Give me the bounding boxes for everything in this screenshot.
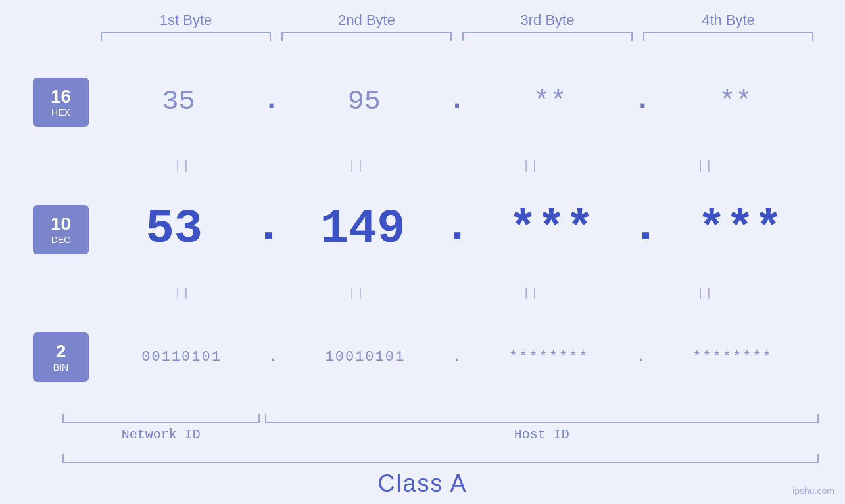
hex-row: 16 HEX 35 . 95 . ** . **: [33, 47, 819, 156]
bottom-brackets: [62, 414, 819, 423]
eq1-b1: ||: [95, 156, 270, 175]
bin-b1-cell: 00110101: [95, 349, 268, 365]
bin-b3: ********: [509, 349, 589, 365]
main-container: 1st Byte 2nd Byte 3rd Byte 4th Byte 16 H…: [0, 0, 845, 504]
bin-dot2: .: [452, 349, 461, 365]
class-bracket-row: [0, 454, 845, 463]
byte1-header: 1st Byte: [95, 12, 276, 29]
main-content: 16 HEX 35 . 95 . ** . **: [0, 47, 845, 411]
hex-b1-cell: 35: [95, 86, 262, 118]
byte4-header: 4th Byte: [638, 12, 819, 29]
hex-badge: 16 HEX: [33, 78, 89, 127]
dec-row: 10 DEC 53 . 149 . *** . ***: [33, 175, 819, 284]
bin-badge-label: BIN: [53, 362, 68, 373]
dec-b1: 53: [146, 202, 203, 256]
bin-b4-cell: ********: [646, 349, 819, 365]
bracket-byte3: [462, 32, 633, 41]
eq1-b3: ||: [444, 156, 618, 175]
hex-b1: 35: [162, 86, 195, 118]
equals-row-2: || || || ||: [33, 284, 819, 302]
class-label-row: Class A: [0, 470, 845, 504]
hex-badge-label: HEX: [51, 107, 70, 118]
eq1-b4: ||: [618, 156, 792, 175]
eq2-b3: ||: [444, 284, 618, 302]
network-id-label: Network ID: [62, 427, 260, 442]
hex-b2-cell: 95: [281, 86, 447, 118]
bottom-section: Network ID Host ID: [0, 414, 845, 442]
bin-dot1: .: [269, 349, 278, 365]
hex-badge-num: 16: [51, 86, 71, 107]
bin-b1: 00110101: [141, 349, 222, 365]
bin-badge-num: 2: [56, 341, 66, 362]
bin-row: 2 BIN 00110101 . 10010101 . ******** . *…: [33, 302, 819, 411]
dec-badge: 10 DEC: [33, 205, 89, 254]
bin-b4: ********: [692, 349, 773, 365]
eq2-b4: ||: [618, 284, 792, 302]
dec-bytes: 53 . 149 . *** . ***: [95, 200, 819, 259]
bottom-labels: Network ID Host ID: [62, 427, 819, 442]
bracket-byte4: [643, 32, 813, 41]
bracket-byte2: [281, 32, 452, 41]
class-label: Class A: [377, 470, 467, 497]
dec-dot2: .: [443, 200, 471, 259]
hex-bytes: 35 . 95 . ** . **: [95, 85, 819, 119]
eq2-b2: ||: [270, 284, 444, 302]
dec-b1-cell: 53: [95, 202, 253, 256]
hex-dot3: .: [635, 85, 651, 119]
hex-b4: **: [719, 86, 752, 118]
dec-b4: ***: [697, 202, 783, 256]
bin-dot3: .: [637, 349, 645, 365]
dec-badge-label: DEC: [51, 235, 71, 245]
byte3-header: 3rd Byte: [457, 12, 638, 29]
dec-badge-num: 10: [51, 214, 71, 235]
dec-dot3: .: [631, 200, 660, 259]
top-brackets: [0, 32, 845, 41]
hex-dot1: .: [263, 85, 279, 119]
class-bracket: [62, 454, 819, 463]
bracket-byte1: [101, 32, 271, 41]
network-bracket: [62, 414, 260, 423]
dec-b3: ***: [509, 202, 594, 256]
hex-dot2: .: [448, 85, 465, 119]
byte-headers-row: 1st Byte 2nd Byte 3rd Byte 4th Byte: [0, 0, 845, 29]
host-bracket: [265, 414, 819, 423]
byte2-header: 2nd Byte: [276, 12, 457, 29]
dec-b4-cell: ***: [661, 202, 819, 256]
watermark: ipshu.com: [792, 486, 834, 496]
host-id-label: Host ID: [265, 427, 819, 442]
bin-bytes: 00110101 . 10010101 . ******** . *******…: [95, 349, 819, 365]
bin-b2-cell: 10010101: [279, 349, 451, 365]
dec-b2: 149: [320, 202, 406, 256]
hex-b3: **: [533, 86, 566, 118]
bin-badge: 2 BIN: [33, 332, 89, 382]
eq2-b1: ||: [95, 284, 270, 302]
bin-b3-cell: ********: [463, 349, 635, 365]
dec-dot1: .: [254, 200, 283, 259]
eq1-b2: ||: [270, 156, 444, 175]
dec-b3-cell: ***: [473, 202, 631, 256]
equals-row-1: || || || ||: [33, 156, 819, 175]
hex-b4-cell: **: [652, 86, 819, 118]
dec-b2-cell: 149: [284, 202, 442, 256]
bin-b2: 10010101: [326, 349, 406, 365]
hex-b2: 95: [348, 86, 381, 118]
hex-b3-cell: **: [467, 86, 633, 118]
